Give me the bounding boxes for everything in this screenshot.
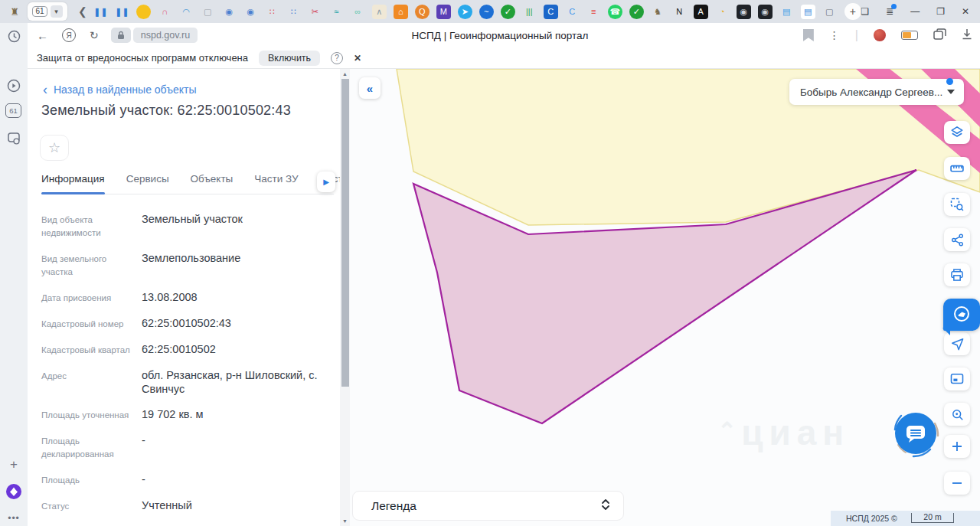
- screenshot-camera-icon[interactable]: [5, 129, 22, 146]
- chart-building-1-tab-icon[interactable]: ❚❚: [93, 5, 108, 19]
- tab-list-icon[interactable]: ≣: [886, 6, 893, 17]
- sb-square-tab-icon[interactable]: С: [544, 5, 558, 19]
- downloads-icon[interactable]: [962, 28, 972, 43]
- zoom-in-button[interactable]: [944, 435, 970, 458]
- dismiss-warning-icon[interactable]: ✕: [354, 53, 361, 64]
- bookmarks-panel-icon[interactable]: ❏: [861, 6, 869, 17]
- identify-object-button[interactable]: [943, 299, 980, 331]
- document-tab-icon[interactable]: ▢: [201, 5, 215, 19]
- stripes-tab-icon[interactable]: |||: [522, 5, 537, 19]
- a-square-tab-icon[interactable]: A: [694, 5, 708, 19]
- house-tab-icon[interactable]: ⌂: [394, 5, 408, 19]
- layers-button[interactable]: [944, 121, 970, 144]
- lock-icon[interactable]: [111, 28, 131, 43]
- n-letter-tab-icon[interactable]: N: [672, 5, 687, 19]
- waves-tab-icon[interactable]: ≈: [329, 5, 344, 19]
- plain-doc-tab-icon[interactable]: ▢: [822, 5, 837, 19]
- url-text[interactable]: nspd.gov.ru: [133, 28, 198, 43]
- share-button[interactable]: [944, 228, 970, 251]
- help-icon[interactable]: ?: [331, 52, 343, 64]
- yellow-circle-tab-icon[interactable]: [136, 5, 151, 19]
- active-browser-tab[interactable]: 61 ▾: [28, 2, 67, 21]
- panel-scrollbar[interactable]: ▲ ▼: [340, 69, 350, 526]
- leaf-circle-tab-icon[interactable]: ✓: [501, 5, 515, 19]
- back-to-results-link[interactable]: ‹ Назад в найденные объекты: [43, 83, 196, 96]
- close-button[interactable]: ✕: [962, 6, 969, 17]
- rail-add-icon[interactable]: +: [5, 456, 22, 473]
- tab-объекты[interactable]: Объекты: [191, 173, 234, 194]
- url-pill[interactable]: nspd.gov.ru: [111, 28, 198, 43]
- chat-widget-button[interactable]: [890, 408, 941, 459]
- back-link-label: Назад в найденные объекты: [54, 83, 196, 96]
- enable-protection-button[interactable]: Включить: [259, 51, 320, 66]
- scissors-tab-icon[interactable]: ✂: [308, 5, 322, 19]
- locate-me-button[interactable]: [944, 332, 970, 355]
- favorite-star-button[interactable]: ☆: [40, 135, 69, 161]
- sber-leaf-tab-icon[interactable]: ✓: [629, 5, 644, 19]
- red-list-tab-icon[interactable]: ≡: [586, 5, 601, 19]
- yandex-search-icon[interactable]: Я: [62, 28, 76, 42]
- field-label: Кадастровый номер: [41, 316, 142, 331]
- scrollbar-thumb[interactable]: [341, 79, 349, 387]
- dome-tab-icon[interactable]: ◠: [179, 5, 194, 19]
- color-dots-2-tab-icon[interactable]: ∷: [286, 5, 301, 19]
- chess-knight-tab-icon[interactable]: ♞: [651, 5, 665, 19]
- zoom-out-button[interactable]: [944, 472, 970, 495]
- rail-more-icon[interactable]: •••: [5, 510, 22, 526]
- chart-building-2-tab-icon[interactable]: ❚❚: [115, 5, 129, 19]
- battery-saver-icon[interactable]: [901, 31, 918, 40]
- play-circle-icon[interactable]: [5, 77, 22, 94]
- tab-сервисы[interactable]: Сервисы: [126, 173, 169, 194]
- telegram-tab-icon[interactable]: ➤: [458, 5, 472, 19]
- print-button[interactable]: [944, 263, 970, 286]
- overview-map-button[interactable]: [944, 368, 970, 390]
- measure-button[interactable]: [944, 157, 970, 180]
- tab-информация[interactable]: Информация: [41, 173, 105, 194]
- hanger-tab-icon[interactable]: ∩: [158, 5, 172, 19]
- camera-square-1-tab-icon[interactable]: ◉: [737, 5, 751, 19]
- whatsapp-tab-icon[interactable]: ☎: [608, 5, 622, 19]
- divider: |: [855, 28, 858, 42]
- new-tab-button[interactable]: +: [844, 3, 861, 20]
- blue-doc-tab-icon[interactable]: ▤: [779, 5, 794, 19]
- mountains-tab-icon[interactable]: ∧: [372, 5, 387, 19]
- statue-tab-icon[interactable]: ♜: [6, 3, 23, 20]
- m-cube-tab-icon[interactable]: M: [436, 5, 451, 19]
- scroll-up-icon[interactable]: ▲: [340, 71, 350, 77]
- pie-circle-tab-icon[interactable]: ◔: [715, 5, 730, 19]
- legend-expand-icon[interactable]: [600, 498, 611, 515]
- minimize-button[interactable]: —: [910, 6, 920, 17]
- c-letter-tab-icon[interactable]: C: [565, 5, 580, 19]
- tab-groups-icon[interactable]: [933, 28, 946, 43]
- user-account-dropdown[interactable]: Бобырь Александр Сергеев...: [789, 79, 964, 105]
- profile-avatar[interactable]: [874, 29, 886, 41]
- parcel-title: Земельный участок: 62:25:0010502:43: [41, 103, 291, 119]
- active-doc-tab-tab-icon[interactable]: ▤: [801, 5, 815, 19]
- emblem-1-tab-icon[interactable]: ◉: [222, 5, 237, 19]
- bookmark-icon[interactable]: [803, 29, 814, 41]
- browser-back-icon[interactable]: ←: [37, 29, 48, 42]
- menu-dots-icon[interactable]: ⋮: [829, 29, 840, 41]
- map-canvas[interactable]: ⌃циан « Бобырь Александр Сергеев...: [350, 69, 980, 526]
- restore-button[interactable]: ❐: [936, 6, 945, 17]
- camera-square-2-tab-icon[interactable]: ◉: [758, 5, 773, 19]
- tabstrip-back-icon[interactable]: ❮: [78, 5, 87, 18]
- tab-chevron-down-icon[interactable]: ▾: [51, 5, 63, 18]
- scroll-down-icon[interactable]: ▼: [340, 518, 350, 524]
- select-area-button[interactable]: [944, 193, 970, 216]
- alice-assistant-icon[interactable]: [5, 483, 22, 500]
- emblem-2-tab-icon[interactable]: ◉: [243, 5, 258, 19]
- collapse-panel-button[interactable]: «: [359, 77, 381, 99]
- search-on-map-button[interactable]: [944, 403, 970, 426]
- tab-counter-badge[interactable]: 61: [5, 103, 21, 118]
- color-dots-1-tab-icon[interactable]: ∷: [265, 5, 279, 19]
- history-clock-icon[interactable]: [5, 28, 22, 44]
- field-row: Площадь-: [41, 467, 323, 493]
- tabs-scroll-right-button[interactable]: ▶: [317, 172, 335, 192]
- reload-icon[interactable]: ↻: [90, 29, 99, 41]
- tab-части-зу[interactable]: Части ЗУ: [254, 173, 298, 194]
- wave-circle-tab-icon[interactable]: ~: [479, 5, 494, 19]
- legend-panel[interactable]: Легенда: [352, 491, 624, 521]
- q-search-tab-icon[interactable]: Q: [415, 5, 430, 19]
- knot-tab-icon[interactable]: ∞: [351, 5, 365, 19]
